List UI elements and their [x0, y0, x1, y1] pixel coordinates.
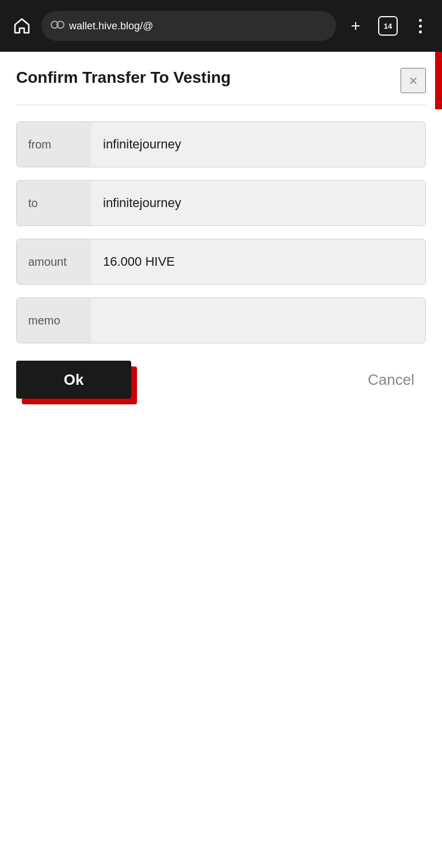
amount-value: 16.000 HIVE [92, 239, 425, 284]
menu-dot-2 [419, 25, 422, 28]
menu-dot-3 [419, 30, 422, 33]
close-button[interactable]: × [401, 68, 426, 93]
home-button[interactable] [9, 13, 35, 39]
to-label: to [17, 181, 92, 225]
dialog-title: Confirm Transfer To Vesting [16, 68, 231, 87]
cancel-button[interactable]: Cancel [356, 365, 426, 395]
memo-value [92, 298, 425, 343]
dialog-header: Confirm Transfer To Vesting × [16, 68, 426, 93]
button-row: Ok Cancel [16, 361, 426, 399]
header-divider [16, 105, 426, 105]
from-field: from infinitejourney [16, 121, 426, 167]
browser-menu-button[interactable] [407, 13, 433, 39]
ok-button[interactable]: Ok [16, 361, 131, 399]
tabs-button[interactable]: 14 [375, 13, 401, 39]
from-value: infinitejourney [92, 122, 425, 167]
red-accent-strip [435, 52, 442, 109]
url-icon [51, 19, 64, 33]
confirm-transfer-dialog: Confirm Transfer To Vesting × from infin… [0, 52, 442, 422]
url-bar[interactable]: wallet.hive.blog/@ [41, 11, 336, 41]
menu-dot-1 [419, 19, 422, 22]
amount-label: amount [17, 239, 92, 284]
amount-field: amount 16.000 HIVE [16, 239, 426, 285]
ok-button-wrapper: Ok [16, 361, 131, 399]
browser-chrome: wallet.hive.blog/@ + 14 [0, 0, 442, 52]
plus-icon: + [351, 17, 360, 35]
memo-field: memo [16, 297, 426, 343]
from-label: from [17, 122, 92, 167]
url-text: wallet.hive.blog/@ [69, 20, 153, 32]
main-content: Confirm Transfer To Vesting × from infin… [0, 52, 442, 868]
add-tab-button[interactable]: + [343, 13, 368, 39]
tabs-count-badge: 14 [378, 16, 398, 36]
to-value: infinitejourney [92, 181, 425, 225]
to-field: to infinitejourney [16, 180, 426, 226]
memo-label: memo [17, 298, 92, 343]
